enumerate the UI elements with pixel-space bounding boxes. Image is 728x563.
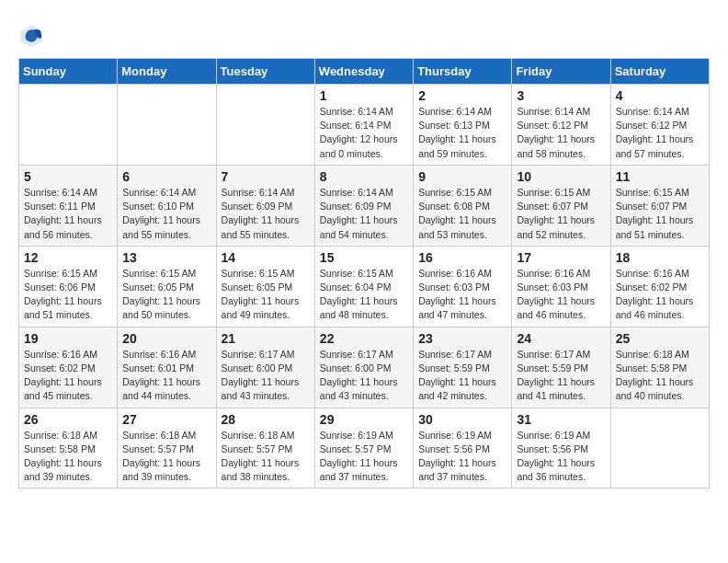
calendar-cell: 11Sunrise: 6:15 AM Sunset: 6:07 PM Dayli… [610,165,709,246]
day-number: 23 [418,331,506,346]
day-number: 26 [24,412,112,427]
weekday-header-saturday: Saturday [610,59,709,85]
weekday-header-thursday: Thursday [414,59,512,85]
calendar-cell [216,85,314,166]
calendar-cell: 17Sunrise: 6:16 AM Sunset: 6:03 PM Dayli… [512,246,610,327]
calendar-cell: 10Sunrise: 6:15 AM Sunset: 6:07 PM Dayli… [512,165,610,246]
day-number: 8 [320,169,408,184]
day-info: Sunrise: 6:14 AM Sunset: 6:12 PM Dayligh… [616,105,704,161]
day-number: 31 [517,412,605,427]
day-info: Sunrise: 6:16 AM Sunset: 6:01 PM Dayligh… [122,348,210,404]
day-info: Sunrise: 6:17 AM Sunset: 6:00 PM Dayligh… [320,348,408,404]
day-number: 27 [122,412,210,427]
day-number: 13 [122,250,210,265]
calendar-cell: 1Sunrise: 6:14 AM Sunset: 6:14 PM Daylig… [314,85,413,166]
day-info: Sunrise: 6:15 AM Sunset: 6:04 PM Dayligh… [320,267,408,323]
day-number: 29 [320,412,408,427]
day-info: Sunrise: 6:18 AM Sunset: 5:58 PM Dayligh… [616,348,704,404]
logo-icon [18,23,44,49]
calendar-cell [610,408,709,488]
day-info: Sunrise: 6:19 AM Sunset: 5:56 PM Dayligh… [418,429,506,485]
day-number: 21 [222,331,310,346]
day-number: 7 [222,169,310,184]
day-info: Sunrise: 6:15 AM Sunset: 6:08 PM Dayligh… [418,186,506,242]
day-number: 22 [320,331,408,346]
day-number: 1 [320,88,408,103]
weekday-header-monday: Monday [118,59,216,85]
weekday-header-row: SundayMondayTuesdayWednesdayThursdayFrid… [19,59,710,85]
day-number: 4 [616,88,704,103]
day-number: 2 [418,88,506,103]
calendar-cell: 12Sunrise: 6:15 AM Sunset: 6:06 PM Dayli… [19,246,118,327]
day-info: Sunrise: 6:14 AM Sunset: 6:09 PM Dayligh… [222,186,310,242]
day-info: Sunrise: 6:16 AM Sunset: 6:03 PM Dayligh… [418,267,506,323]
day-number: 5 [24,169,112,184]
day-number: 18 [616,250,704,265]
day-info: Sunrise: 6:18 AM Sunset: 5:57 PM Dayligh… [222,429,310,485]
weekday-header-tuesday: Tuesday [216,59,314,85]
calendar-cell [19,85,118,166]
day-number: 14 [222,250,310,265]
calendar-cell: 14Sunrise: 6:15 AM Sunset: 6:05 PM Dayli… [216,246,314,327]
calendar-cell: 25Sunrise: 6:18 AM Sunset: 5:58 PM Dayli… [610,327,709,408]
day-number: 6 [122,169,210,184]
calendar-cell: 7Sunrise: 6:14 AM Sunset: 6:09 PM Daylig… [216,165,314,246]
week-row-5: 26Sunrise: 6:18 AM Sunset: 5:58 PM Dayli… [19,408,710,488]
day-info: Sunrise: 6:18 AM Sunset: 5:57 PM Dayligh… [122,429,210,485]
calendar-cell: 9Sunrise: 6:15 AM Sunset: 6:08 PM Daylig… [414,165,512,246]
day-info: Sunrise: 6:15 AM Sunset: 6:05 PM Dayligh… [122,267,210,323]
day-info: Sunrise: 6:16 AM Sunset: 6:02 PM Dayligh… [616,267,704,323]
day-info: Sunrise: 6:19 AM Sunset: 5:57 PM Dayligh… [320,429,408,485]
day-number: 9 [418,169,506,184]
calendar-cell: 6Sunrise: 6:14 AM Sunset: 6:10 PM Daylig… [118,165,216,246]
logo [18,23,48,49]
calendar-cell: 24Sunrise: 6:17 AM Sunset: 5:59 PM Dayli… [512,327,610,408]
day-info: Sunrise: 6:15 AM Sunset: 6:06 PM Dayligh… [24,267,112,323]
day-info: Sunrise: 6:14 AM Sunset: 6:12 PM Dayligh… [517,105,605,161]
week-row-4: 19Sunrise: 6:16 AM Sunset: 6:02 PM Dayli… [19,327,710,408]
day-number: 24 [517,331,605,346]
calendar-cell: 2Sunrise: 6:14 AM Sunset: 6:13 PM Daylig… [414,85,512,166]
day-number: 17 [517,250,605,265]
day-info: Sunrise: 6:16 AM Sunset: 6:03 PM Dayligh… [517,267,605,323]
calendar-cell: 18Sunrise: 6:16 AM Sunset: 6:02 PM Dayli… [610,246,709,327]
day-number: 16 [418,250,506,265]
calendar-cell: 31Sunrise: 6:19 AM Sunset: 5:56 PM Dayli… [512,408,610,488]
calendar-cell: 16Sunrise: 6:16 AM Sunset: 6:03 PM Dayli… [414,246,512,327]
day-info: Sunrise: 6:14 AM Sunset: 6:11 PM Dayligh… [24,186,112,242]
day-info: Sunrise: 6:17 AM Sunset: 6:00 PM Dayligh… [222,348,310,404]
calendar-cell: 30Sunrise: 6:19 AM Sunset: 5:56 PM Dayli… [414,408,512,488]
day-info: Sunrise: 6:18 AM Sunset: 5:58 PM Dayligh… [24,429,112,485]
day-info: Sunrise: 6:14 AM Sunset: 6:13 PM Dayligh… [418,105,506,161]
calendar-cell [118,85,216,166]
day-number: 15 [320,250,408,265]
day-number: 20 [122,331,210,346]
weekday-header-wednesday: Wednesday [314,59,413,85]
day-info: Sunrise: 6:17 AM Sunset: 5:59 PM Dayligh… [418,348,506,404]
day-number: 10 [517,169,605,184]
day-info: Sunrise: 6:19 AM Sunset: 5:56 PM Dayligh… [517,429,605,485]
day-number: 11 [616,169,704,184]
calendar-cell: 5Sunrise: 6:14 AM Sunset: 6:11 PM Daylig… [19,165,118,246]
page-header [18,18,710,49]
weekday-header-friday: Friday [512,59,610,85]
day-info: Sunrise: 6:14 AM Sunset: 6:10 PM Dayligh… [122,186,210,242]
day-info: Sunrise: 6:15 AM Sunset: 6:07 PM Dayligh… [616,186,704,242]
calendar-cell: 13Sunrise: 6:15 AM Sunset: 6:05 PM Dayli… [118,246,216,327]
calendar-cell: 15Sunrise: 6:15 AM Sunset: 6:04 PM Dayli… [314,246,413,327]
day-number: 25 [616,331,704,346]
day-info: Sunrise: 6:16 AM Sunset: 6:02 PM Dayligh… [24,348,112,404]
calendar-cell: 8Sunrise: 6:14 AM Sunset: 6:09 PM Daylig… [314,165,413,246]
day-info: Sunrise: 6:14 AM Sunset: 6:14 PM Dayligh… [320,105,408,161]
day-info: Sunrise: 6:15 AM Sunset: 6:07 PM Dayligh… [517,186,605,242]
week-row-3: 12Sunrise: 6:15 AM Sunset: 6:06 PM Dayli… [19,246,710,327]
weekday-header-sunday: Sunday [19,59,118,85]
day-info: Sunrise: 6:15 AM Sunset: 6:05 PM Dayligh… [222,267,310,323]
week-row-2: 5Sunrise: 6:14 AM Sunset: 6:11 PM Daylig… [19,165,710,246]
day-number: 28 [222,412,310,427]
day-number: 30 [418,412,506,427]
week-row-1: 1Sunrise: 6:14 AM Sunset: 6:14 PM Daylig… [19,85,710,166]
day-number: 3 [517,88,605,103]
calendar-cell: 26Sunrise: 6:18 AM Sunset: 5:58 PM Dayli… [19,408,118,488]
calendar-cell: 4Sunrise: 6:14 AM Sunset: 6:12 PM Daylig… [610,85,709,166]
